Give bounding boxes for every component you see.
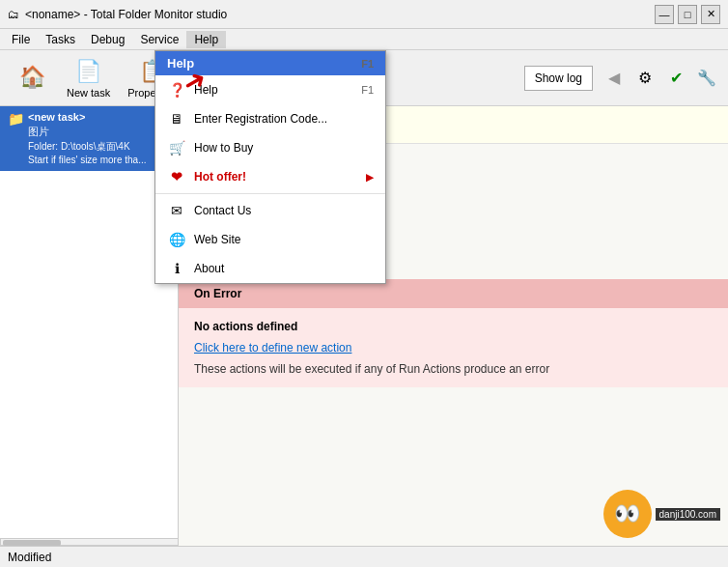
help-item-registration[interactable]: 🖥 Enter Registration Code... bbox=[155, 104, 385, 133]
help-f1-shortcut: F1 bbox=[361, 58, 374, 70]
sidebar-item-content: <new task> 图片 Folder: D:\tools\桌面\4K Sta… bbox=[28, 110, 147, 167]
sidebar-task-title: <new task> bbox=[28, 110, 147, 125]
sidebar-task-detail3: Start if files' size more tha... bbox=[28, 154, 147, 167]
sidebar-scrollbar-container bbox=[0, 538, 179, 546]
help-item-hot-offer-icon: ❤ bbox=[167, 167, 186, 186]
title-bar: 🗂 <noname> - Total Folder Monitor studio… bbox=[0, 0, 728, 29]
help-item-shortcut: F1 bbox=[361, 84, 374, 96]
home-button[interactable]: 🏠 bbox=[8, 54, 56, 102]
no-actions-title: No actions defined bbox=[194, 320, 713, 333]
help-item-hot-offer-label: Hot offer! bbox=[194, 170, 246, 184]
new-task-icon: 📄 bbox=[73, 58, 104, 85]
status-bar: Modified bbox=[0, 546, 728, 567]
on-error-section: On Error No actions defined Click here t… bbox=[179, 279, 728, 387]
toolbar-right: Show log ◀ ⚙ ✔ 🔧 bbox=[524, 65, 720, 92]
minimize-button[interactable]: — bbox=[655, 5, 674, 24]
app-icon: 🗂 bbox=[8, 8, 19, 21]
help-item-contact-label: Contact Us bbox=[194, 204, 251, 217]
watermark-text: danji100.com bbox=[656, 508, 720, 521]
toolbar-right-icons: ◀ ⚙ ✔ 🔧 bbox=[601, 65, 720, 92]
help-item-web-site[interactable]: 🌐 Web Site bbox=[155, 225, 385, 254]
menu-help[interactable]: Help bbox=[186, 31, 226, 48]
menu-file[interactable]: File bbox=[4, 31, 38, 48]
menu-bar: File Tasks Debug Service Help bbox=[0, 29, 728, 50]
close-button[interactable]: ✕ bbox=[701, 5, 720, 24]
home-icon: 🏠 bbox=[16, 62, 47, 93]
help-item-about[interactable]: ℹ About bbox=[155, 254, 385, 283]
sidebar-task-detail1: 图片 bbox=[28, 125, 147, 139]
help-item-registration-label: Enter Registration Code... bbox=[194, 112, 327, 126]
menu-separator-1 bbox=[155, 193, 385, 194]
help-item-how-to-buy-icon: 🛒 bbox=[167, 138, 186, 157]
check-button[interactable]: ✔ bbox=[662, 65, 689, 92]
sidebar: 📁 <new task> 图片 Folder: D:\tools\桌面\4K S… bbox=[0, 106, 179, 546]
help-item-how-to-buy[interactable]: 🛒 How to Buy bbox=[155, 133, 385, 162]
on-error-title: On Error bbox=[194, 287, 241, 300]
wrench-button[interactable]: 🔧 bbox=[693, 65, 720, 92]
new-task-button[interactable]: 📄 New task bbox=[60, 54, 117, 102]
check-icon: ✔ bbox=[670, 69, 683, 87]
status-text: Modified bbox=[8, 551, 51, 564]
help-item-web-label: Web Site bbox=[194, 233, 240, 246]
new-task-label: New task bbox=[67, 87, 110, 99]
sidebar-scrollbar[interactable] bbox=[0, 538, 179, 546]
help-item-about-icon: ℹ bbox=[167, 259, 186, 278]
help-item-how-to-buy-label: How to Buy bbox=[194, 141, 253, 155]
help-item-contact-icon: ✉ bbox=[167, 201, 186, 220]
gear-icon: ⚙ bbox=[638, 69, 652, 87]
show-log-button[interactable]: Show log bbox=[524, 66, 593, 91]
wrench-icon: 🔧 bbox=[697, 69, 716, 87]
help-item-registration-icon: 🖥 bbox=[167, 109, 186, 128]
sidebar-item-new-task[interactable]: 📁 <new task> 图片 Folder: D:\tools\桌面\4K S… bbox=[0, 106, 178, 171]
help-item-web-icon: 🌐 bbox=[167, 230, 186, 249]
window-title: <noname> - Total Folder Monitor studio bbox=[25, 8, 227, 21]
gear-button[interactable]: ⚙ bbox=[631, 65, 658, 92]
nav-back-icon: ◀ bbox=[608, 69, 620, 87]
maximize-button[interactable]: □ bbox=[678, 5, 697, 24]
task-icon: 📁 bbox=[8, 111, 24, 127]
menu-debug[interactable]: Debug bbox=[83, 31, 132, 48]
watermark-icon: 👀 bbox=[603, 490, 652, 538]
nav-back-button[interactable]: ◀ bbox=[601, 65, 628, 92]
watermark: 👀 danji100.com bbox=[603, 490, 720, 538]
title-bar-controls: — □ ✕ bbox=[655, 5, 720, 24]
help-item-hot-offer[interactable]: ❤ Hot offer! ▶ bbox=[155, 162, 385, 191]
title-bar-left: 🗂 <noname> - Total Folder Monitor studio bbox=[8, 8, 227, 21]
sidebar-task-detail2: Folder: D:\tools\桌面\4K bbox=[28, 140, 147, 154]
on-error-desc: These actions will be executed if any of… bbox=[194, 362, 713, 376]
hot-offer-arrow: ▶ bbox=[366, 172, 374, 183]
help-item-about-label: About bbox=[194, 262, 224, 275]
menu-tasks[interactable]: Tasks bbox=[38, 31, 83, 48]
menu-service[interactable]: Service bbox=[132, 31, 186, 48]
help-item-contact-us[interactable]: ✉ Contact Us bbox=[155, 196, 385, 225]
watermark-site: danji100.com bbox=[656, 508, 720, 521]
define-action-link[interactable]: Click here to define new action bbox=[194, 341, 713, 354]
on-error-body: No actions defined Click here to define … bbox=[179, 308, 728, 387]
